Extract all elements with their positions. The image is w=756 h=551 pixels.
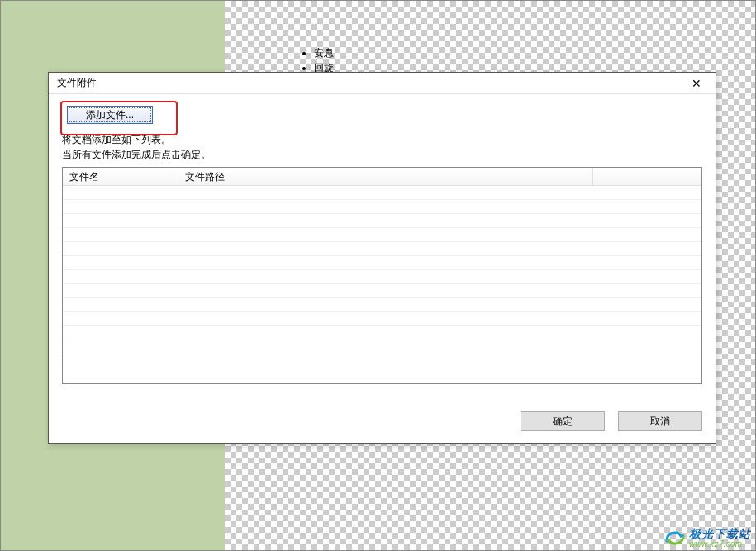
table-row[interactable]	[63, 186, 701, 200]
hint-line-2: 当所有文件添加完成后点击确定。	[62, 147, 702, 162]
table-row[interactable]	[63, 256, 701, 270]
file-attachment-dialog: 文件附件 ✕ 添加文件... 将文档添加至如下列表。 当所有文件添加完成后点击确…	[48, 72, 716, 444]
watermark: 极光下载站 www.xz7.com	[664, 528, 751, 549]
watermark-logo-icon	[664, 529, 686, 547]
table-row[interactable]	[63, 284, 701, 298]
dialog-titlebar[interactable]: 文件附件 ✕	[49, 73, 716, 94]
table-row[interactable]	[63, 228, 701, 242]
table-row[interactable]	[63, 242, 701, 256]
hint-line-1: 将文档添加至如下列表。	[62, 132, 702, 147]
document-content: 安息 回旋	[297, 45, 334, 75]
table-row[interactable]	[63, 312, 701, 326]
table-header: 文件名 文件路径	[63, 168, 701, 186]
table-row[interactable]	[63, 326, 701, 340]
close-icon: ✕	[692, 77, 701, 90]
table-row[interactable]	[63, 340, 701, 354]
watermark-text: 极光下载站 www.xz7.com	[689, 528, 751, 549]
add-file-button[interactable]: 添加文件...	[67, 106, 153, 124]
bullet-list: 安息 回旋	[297, 45, 334, 75]
table-row[interactable]	[63, 354, 701, 368]
file-list-table[interactable]: 文件名 文件路径	[62, 167, 702, 384]
dialog-body: 添加文件... 将文档添加至如下列表。 当所有文件添加完成后点击确定。 文件名 …	[49, 94, 716, 443]
table-row[interactable]	[63, 298, 701, 312]
column-extra[interactable]	[593, 168, 701, 185]
column-filepath[interactable]: 文件路径	[178, 168, 593, 185]
watermark-url: www.xz7.com	[689, 540, 751, 549]
dialog-button-row: 确定 取消	[521, 411, 702, 431]
watermark-brand: 极光下载站	[689, 528, 751, 540]
table-row[interactable]	[63, 200, 701, 214]
dialog-title: 文件附件	[57, 76, 97, 90]
table-row[interactable]	[63, 270, 701, 284]
ok-button[interactable]: 确定	[521, 411, 605, 431]
table-row[interactable]	[63, 368, 701, 382]
list-item: 安息	[314, 45, 334, 60]
hint-text: 将文档添加至如下列表。 当所有文件添加完成后点击确定。	[62, 132, 702, 162]
column-filename[interactable]: 文件名	[63, 168, 178, 185]
table-row[interactable]	[63, 214, 701, 228]
table-rows	[63, 186, 701, 383]
close-button[interactable]: ✕	[681, 74, 712, 93]
cancel-button[interactable]: 取消	[618, 411, 702, 431]
